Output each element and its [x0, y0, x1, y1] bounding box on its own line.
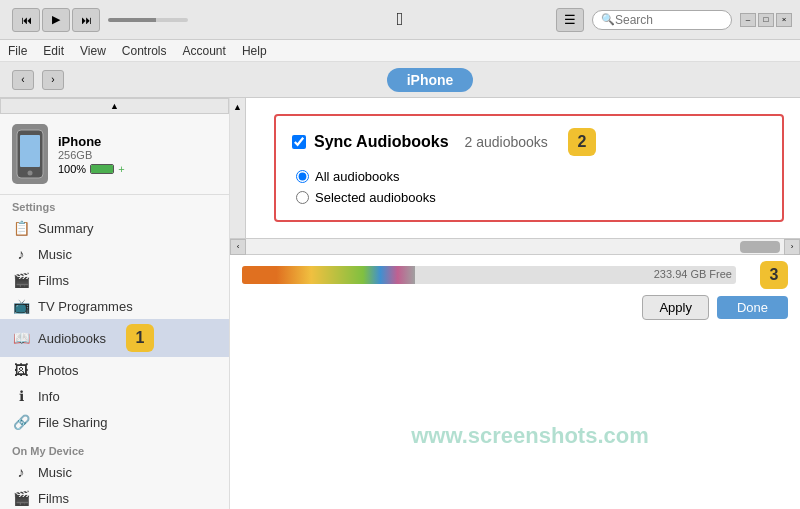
- storage-bar: 233.94 GB Free: [242, 266, 736, 284]
- badge-3: 3: [760, 261, 788, 289]
- info-icon: ℹ: [12, 388, 30, 404]
- sidebar-item-ondevice-music[interactable]: ♪ Music: [0, 459, 229, 485]
- svg-point-2: [28, 171, 33, 176]
- storage-row: 233.94 GB Free 3: [230, 255, 800, 295]
- sidebar-item-summary[interactable]: 📋 Summary: [0, 215, 229, 241]
- search-box[interactable]: 🔍: [592, 10, 732, 30]
- sidebar-item-music[interactable]: ♪ Music: [0, 241, 229, 267]
- sidebar-label-ondevice-music: Music: [38, 465, 72, 480]
- battery-percent-label: 100%: [58, 163, 86, 175]
- content-scroll-bar[interactable]: ▲: [230, 98, 246, 238]
- apple-logo-icon: : [397, 9, 404, 30]
- search-icon: 🔍: [601, 13, 615, 26]
- films-icon: 🎬: [12, 272, 30, 288]
- title-bar: ⏮ ▶ ⏭  ☰ 🔍 – □ ×: [0, 0, 800, 40]
- bottom-bar: ‹ › 233.94 GB Free 3 Apply Done: [230, 238, 800, 298]
- music-icon: ♪: [12, 246, 30, 262]
- device-icon: [12, 124, 48, 184]
- tv-icon: 📺: [12, 298, 30, 314]
- storage-bar-fill: [242, 266, 415, 284]
- radio-all-label: All audiobooks: [315, 169, 400, 184]
- scroll-thumb[interactable]: [740, 241, 780, 253]
- sync-checkbox[interactable]: [292, 135, 306, 149]
- ondevice-music-icon: ♪: [12, 464, 30, 480]
- sync-header: Sync Audiobooks 2 audiobooks 2: [292, 128, 766, 156]
- sync-count: 2 audiobooks: [465, 134, 548, 150]
- summary-icon: 📋: [12, 220, 30, 236]
- badge-1: 1: [126, 324, 154, 352]
- sidebar-item-filesharing[interactable]: 🔗 File Sharing: [0, 409, 229, 435]
- window-controls: – □ ×: [740, 13, 792, 27]
- back-button[interactable]: ‹: [12, 70, 34, 90]
- sidebar-label-filesharing: File Sharing: [38, 415, 107, 430]
- maximize-button[interactable]: □: [758, 13, 774, 27]
- sidebar-item-info[interactable]: ℹ Info: [0, 383, 229, 409]
- menu-controls[interactable]: Controls: [122, 44, 167, 58]
- sidebar-label-info: Info: [38, 389, 60, 404]
- ondevice-films-icon: 🎬: [12, 490, 30, 506]
- scroll-up-arrow-icon: ▲: [233, 102, 242, 112]
- sidebar-item-audiobooks[interactable]: 📖 Audiobooks 1: [0, 319, 229, 357]
- sidebar-label-music: Music: [38, 247, 72, 262]
- horizontal-scrollbar[interactable]: ‹ ›: [230, 239, 800, 255]
- on-device-section-label: On My Device: [0, 439, 229, 459]
- sidebar: ▲ iPhone 256GB 100% +: [0, 98, 230, 509]
- sidebar-label-ondevice-films: Films: [38, 491, 69, 506]
- sidebar-item-tv[interactable]: 📺 TV Programmes: [0, 293, 229, 319]
- device-info: iPhone 256GB 100% +: [0, 114, 229, 195]
- fast-forward-button[interactable]: ⏭: [72, 8, 100, 32]
- sidebar-item-films[interactable]: 🎬 Films: [0, 267, 229, 293]
- radio-selected-label: Selected audiobooks: [315, 190, 436, 205]
- photos-icon: 🖼: [12, 362, 30, 378]
- sidebar-item-ondevice-films[interactable]: 🎬 Films: [0, 485, 229, 509]
- sidebar-label-photos: Photos: [38, 363, 78, 378]
- search-input[interactable]: [615, 13, 723, 27]
- menu-file[interactable]: File: [8, 44, 27, 58]
- sidebar-item-photos[interactable]: 🖼 Photos: [0, 357, 229, 383]
- charging-icon: +: [118, 163, 124, 175]
- battery-row: 100% +: [58, 163, 217, 175]
- scroll-right-button[interactable]: ›: [784, 239, 800, 255]
- sidebar-label-audiobooks: Audiobooks: [38, 331, 106, 346]
- radio-selected-audiobooks[interactable]: Selected audiobooks: [296, 187, 762, 208]
- nav-bar: ‹ › iPhone: [0, 62, 800, 98]
- content-area: ▲ Sync Audiobooks 2 audiobooks 2 All aud…: [230, 98, 800, 509]
- settings-section-label: Settings: [0, 195, 229, 215]
- radio-selected-input[interactable]: [296, 191, 309, 204]
- svg-rect-1: [20, 135, 40, 167]
- menu-account[interactable]: Account: [183, 44, 226, 58]
- watermark: www.screenshots.com: [260, 423, 800, 449]
- volume-slider[interactable]: [108, 18, 188, 22]
- device-details: iPhone 256GB 100% +: [58, 134, 217, 175]
- list-icon[interactable]: ☰: [556, 8, 584, 32]
- menu-help[interactable]: Help: [242, 44, 267, 58]
- forward-button[interactable]: ›: [42, 70, 64, 90]
- menu-edit[interactable]: Edit: [43, 44, 64, 58]
- audiobooks-icon: 📖: [12, 330, 30, 346]
- scroll-left-button[interactable]: ‹: [230, 239, 246, 255]
- rewind-button[interactable]: ⏮: [12, 8, 40, 32]
- apply-button[interactable]: Apply: [642, 295, 709, 320]
- radio-all-input[interactable]: [296, 170, 309, 183]
- battery-bar: [90, 164, 114, 174]
- sidebar-label-tv: TV Programmes: [38, 299, 133, 314]
- sync-box: Sync Audiobooks 2 audiobooks 2 All audio…: [274, 114, 784, 222]
- radio-all-audiobooks[interactable]: All audiobooks: [296, 166, 762, 187]
- sidebar-scroll-up[interactable]: ▲: [0, 98, 229, 114]
- minimize-button[interactable]: –: [740, 13, 756, 27]
- main-layout: ▲ iPhone 256GB 100% +: [0, 98, 800, 509]
- action-row: Apply Done: [230, 295, 800, 320]
- device-storage-label: 256GB: [58, 149, 217, 161]
- done-button[interactable]: Done: [717, 296, 788, 319]
- device-button[interactable]: iPhone: [387, 68, 474, 92]
- battery-fill: [91, 165, 113, 173]
- sync-title: Sync Audiobooks: [314, 133, 449, 151]
- menu-bar: File Edit View Controls Account Help: [0, 40, 800, 62]
- sidebar-label-summary: Summary: [38, 221, 94, 236]
- menu-view[interactable]: View: [80, 44, 106, 58]
- sidebar-label-films: Films: [38, 273, 69, 288]
- transport-controls: ⏮ ▶ ⏭: [12, 8, 100, 32]
- content-main: Sync Audiobooks 2 audiobooks 2 All audio…: [246, 98, 800, 238]
- close-button[interactable]: ×: [776, 13, 792, 27]
- play-button[interactable]: ▶: [42, 8, 70, 32]
